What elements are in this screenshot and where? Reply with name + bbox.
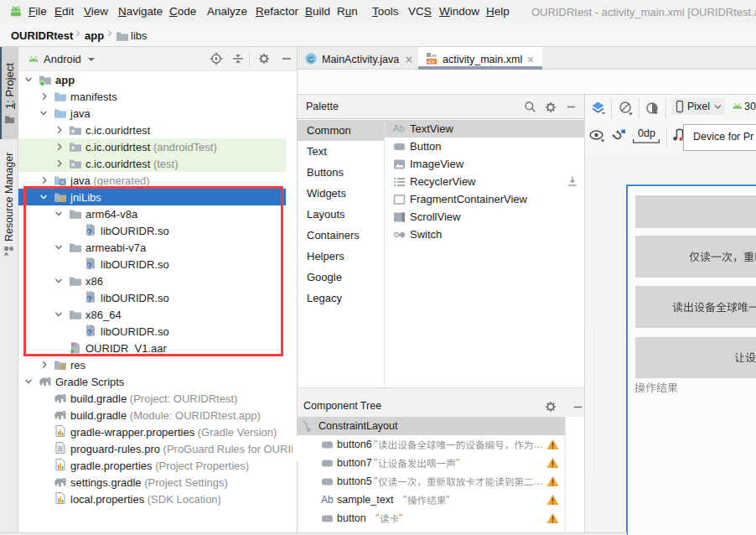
svg-text:Ab: Ab bbox=[321, 494, 334, 506]
svg-text:Ab: Ab bbox=[393, 123, 404, 133]
svg-text:<>: <> bbox=[428, 59, 435, 65]
svg-text:C: C bbox=[308, 55, 314, 64]
